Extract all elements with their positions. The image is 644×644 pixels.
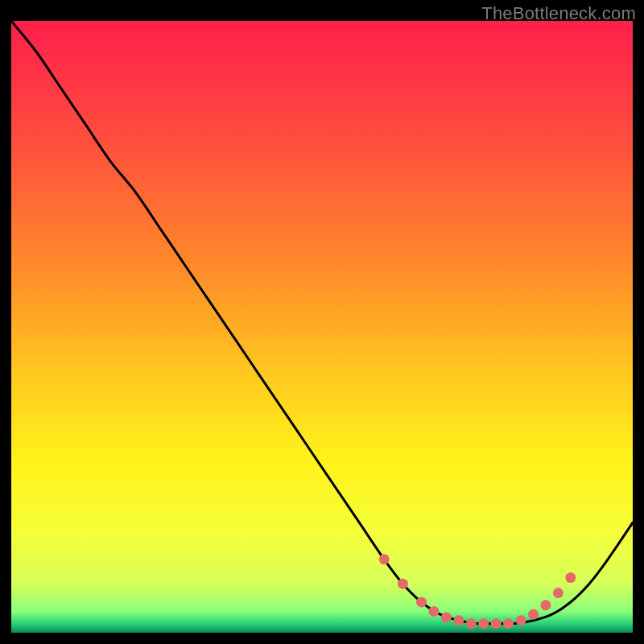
gradient-background: [11, 21, 633, 633]
valley-dot: [478, 618, 489, 629]
valley-dot: [453, 615, 464, 625]
valley-dot: [540, 600, 551, 610]
valley-dot: [553, 588, 564, 598]
valley-dot: [379, 554, 390, 564]
bottleneck-plot: [11, 21, 633, 633]
valley-dot: [565, 572, 576, 583]
valley-dot: [416, 597, 427, 608]
valley-dot: [503, 618, 514, 629]
valley-dot: [491, 618, 502, 629]
valley-dot: [466, 618, 477, 629]
valley-dot: [516, 615, 526, 625]
valley-dot: [441, 613, 452, 623]
valley-dot: [428, 606, 439, 617]
valley-dot: [398, 579, 408, 589]
valley-dot: [528, 609, 539, 620]
chart-stage: TheBottleneck.com: [0, 0, 644, 644]
